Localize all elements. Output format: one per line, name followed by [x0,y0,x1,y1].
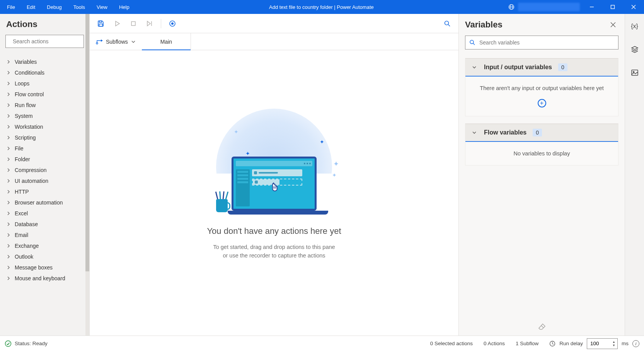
chevron-right-icon [6,60,11,64]
layers-rail-button[interactable] [628,43,642,56]
close-button[interactable] [625,0,642,14]
status-text: Status: Ready [15,341,48,346]
delay-down[interactable]: ▼ [611,344,617,347]
chevron-right-icon [6,233,11,237]
svg-line-18 [448,24,450,26]
run-delay-value[interactable] [590,341,607,346]
action-category[interactable]: Conditionals [5,67,84,78]
empty-title: You don't have any actions here yet [207,226,341,236]
globe-icon[interactable] [508,3,515,10]
action-category-label: Workstation [15,124,43,130]
stop-button[interactable] [127,17,140,30]
search-icon [469,39,475,46]
subflows-dropdown[interactable]: Subflows [90,33,142,50]
svg-rect-9 [99,21,102,22]
tab-main[interactable]: Main [142,33,191,50]
delay-up[interactable]: ▲ [611,340,617,344]
variables-rail-button[interactable]: {x} [628,19,642,33]
action-category[interactable]: Workstation [5,121,84,132]
action-category[interactable]: HTTP [5,186,84,197]
action-category[interactable]: Flow control [5,89,84,100]
variables-title: Variables [465,20,503,30]
action-category[interactable]: Scripting [5,132,84,143]
chevron-right-icon [6,136,11,140]
maximize-button[interactable] [604,0,622,14]
action-category[interactable]: UI automation [5,176,84,186]
svg-point-19 [96,43,98,44]
search-flow-button[interactable] [441,17,454,30]
chevron-right-icon [6,255,11,259]
svg-rect-10 [99,24,103,26]
minimize-button[interactable] [583,0,601,14]
action-category[interactable]: Exchange [5,240,84,251]
flow-variables-label: Flow variables [484,129,526,136]
action-category-label: Email [15,232,28,238]
subflows-icon [96,39,103,44]
images-rail-button[interactable] [628,66,642,80]
variables-search-input[interactable] [479,39,614,46]
action-category[interactable]: Email [5,230,84,240]
tabbar: Subflows Main [90,33,458,50]
action-category-label: Run flow [15,102,36,108]
flow-variables-count: 0 [533,129,542,136]
chevron-right-icon [6,103,11,107]
menu-edit[interactable]: Edit [21,2,41,12]
flow-empty-text: No variables to display [470,150,613,157]
action-category-label: Flow control [15,91,44,97]
action-category[interactable]: Database [5,219,84,230]
actions-search[interactable] [5,35,84,48]
action-category[interactable]: Mouse and keyboard [5,273,84,284]
menubar: File Edit Debug Tools View Help [2,2,135,12]
action-category[interactable]: Compression [5,165,84,176]
chevron-right-icon [6,201,11,204]
account-info[interactable] [518,3,580,11]
add-io-variable-button[interactable]: + [538,99,546,107]
chevron-right-icon [6,179,11,183]
svg-marker-29 [632,46,638,49]
action-category-label: Loops [15,80,29,87]
chevron-right-icon [6,71,11,75]
recorder-button[interactable] [166,17,179,30]
io-variables-header[interactable]: Input / output variables 0 [465,58,618,77]
action-category[interactable]: System [5,111,84,121]
right-rail: {x} [625,14,644,336]
action-category-label: System [15,113,33,119]
menu-file[interactable]: File [2,2,20,12]
info-icon[interactable]: i [632,340,639,347]
action-category[interactable]: Excel [5,208,84,219]
svg-rect-4 [611,5,615,9]
action-category[interactable]: Folder [5,154,84,165]
variables-search[interactable] [465,36,618,49]
titlebar: File Edit Debug Tools View Help Add text… [0,0,644,14]
menu-help[interactable]: Help [114,2,135,12]
action-category[interactable]: File [5,143,84,154]
action-category[interactable]: Outlook [5,251,84,262]
ms-label: ms [622,341,629,346]
menu-tools[interactable]: Tools [68,2,90,12]
step-button[interactable] [143,17,156,30]
close-variables-button[interactable] [608,19,618,30]
flow-variables-header[interactable]: Flow variables 0 [465,124,618,142]
svg-point-17 [445,21,449,25]
svg-marker-20 [101,39,103,42]
run-delay-input[interactable]: ▲▼ [587,338,618,349]
action-category[interactable]: Run flow [5,100,84,111]
run-button[interactable] [111,17,124,30]
menu-debug[interactable]: Debug [41,2,67,12]
action-category[interactable]: Loops [5,78,84,89]
action-category[interactable]: Message boxes [5,262,84,273]
actions-list[interactable]: VariablesConditionalsLoopsFlow controlRu… [5,56,84,336]
menu-view[interactable]: View [91,2,113,12]
flow-variables-body: No variables to display [465,142,618,165]
action-category[interactable]: Browser automation [5,197,84,208]
action-category[interactable]: Variables [5,56,84,67]
scrollbar[interactable] [85,14,89,336]
actions-count: 0 Actions [484,341,505,346]
clear-button[interactable] [538,323,546,330]
actions-search-input[interactable] [13,38,80,44]
action-category-label: Scripting [15,135,36,141]
svg-point-32 [5,341,11,346]
canvas[interactable]: ✦✦✦✦✦ [90,50,458,336]
save-button[interactable] [94,17,107,30]
svg-line-27 [473,43,475,45]
